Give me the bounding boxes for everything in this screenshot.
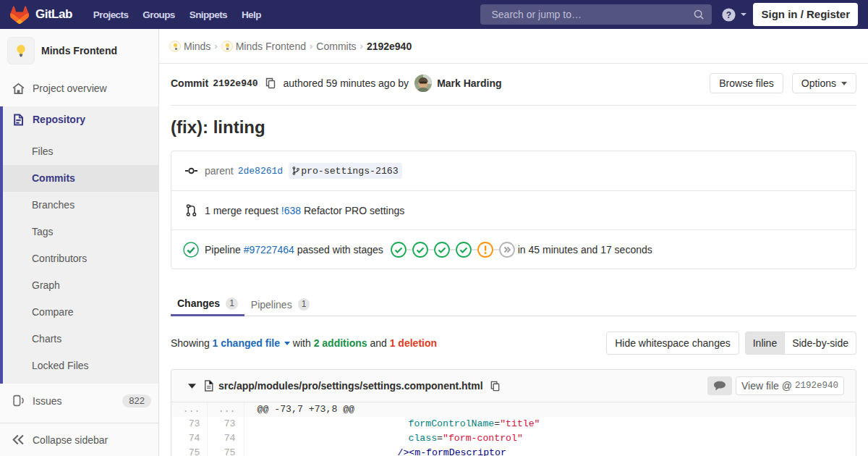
svg-text:?: ?	[726, 9, 731, 20]
